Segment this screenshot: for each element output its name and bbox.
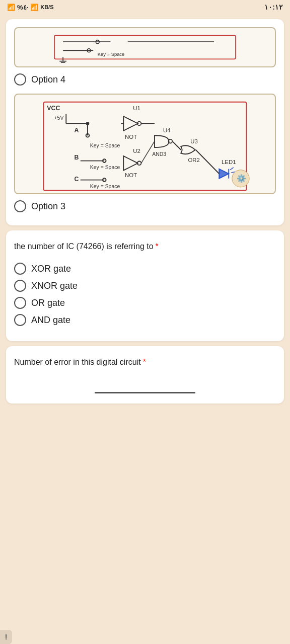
kbps-label: KB/S — [40, 4, 53, 10]
svg-line-46 — [230, 168, 234, 170]
wifi-icon: 📶 — [30, 4, 38, 11]
svg-text:LED1: LED1 — [222, 159, 236, 165]
svg-text:C: C — [74, 176, 79, 183]
question2-card: the number of IC (74266) is referring to… — [6, 230, 284, 341]
circuit-top: Key = Space — [14, 27, 276, 67]
svg-text:Key = Space: Key = Space — [90, 184, 120, 189]
svg-rect-0 — [54, 35, 236, 59]
exclaim-icon: ! — [5, 633, 8, 641]
xor-label: XOR gate — [31, 264, 71, 274]
status-left: 📶 %٤· 📶 KB/S — [7, 4, 53, 11]
option4-label: Option 4 — [31, 74, 65, 85]
xnor-label: XNOR gate — [31, 281, 78, 291]
svg-text:⚙️: ⚙️ — [237, 174, 246, 183]
signal-icon: 📶 — [7, 4, 15, 11]
xor-radio[interactable] — [14, 263, 26, 275]
option4-radio[interactable] — [14, 73, 26, 86]
required-star3: * — [143, 358, 146, 366]
xor-option-row[interactable]: XOR gate — [14, 263, 276, 275]
svg-text:U3: U3 — [190, 138, 198, 144]
svg-text:Key = Space: Key = Space — [90, 165, 120, 170]
option4-card: Key = Space Option 4 VCC +5V — [6, 19, 284, 225]
option3-label: Option 3 — [31, 201, 65, 212]
svg-text:B: B — [74, 154, 79, 161]
exclaim-bar[interactable]: ! — [0, 630, 12, 644]
option3-row[interactable]: Option 3 — [14, 200, 276, 212]
xnor-option-row[interactable]: XNOR gate — [14, 280, 276, 292]
circuit-main-svg: VCC +5V A Key = Space B Key = — [20, 100, 270, 194]
and-option-row[interactable]: AND gate — [14, 314, 276, 326]
required-star2: * — [156, 242, 159, 251]
or-label: OR gate — [31, 298, 65, 308]
circuit-top-svg: Key = Space — [20, 33, 270, 63]
question3-card: Number of error in this digital circuit* — [6, 346, 284, 404]
svg-text:+5V: +5V — [54, 115, 64, 121]
svg-text:NOT: NOT — [125, 134, 137, 140]
and-label: AND gate — [31, 315, 70, 326]
svg-text:OR2: OR2 — [188, 157, 200, 163]
or-option-row[interactable]: OR gate — [14, 297, 276, 309]
and-radio[interactable] — [14, 314, 26, 326]
option4-row[interactable]: Option 4 — [14, 73, 276, 86]
option3-radio[interactable] — [14, 200, 26, 212]
svg-text:AND3: AND3 — [152, 151, 166, 157]
svg-line-51 — [172, 141, 181, 150]
svg-text:NOT: NOT — [125, 172, 137, 178]
svg-text:A: A — [74, 127, 79, 134]
time-display: ١٠:١٢ — [264, 3, 283, 11]
signal-text: %٤· — [17, 4, 28, 11]
svg-text:U1: U1 — [133, 105, 140, 111]
question2-text: the number of IC (74266) is referring to… — [14, 240, 276, 253]
svg-marker-45 — [219, 169, 229, 179]
status-bar: 📶 %٤· 📶 KB/S ١٠:١٢ — [0, 0, 290, 14]
circuit-bottom-bar — [95, 378, 195, 393]
svg-marker-34 — [123, 156, 138, 171]
svg-marker-30 — [123, 116, 138, 131]
svg-text:VCC: VCC — [47, 105, 60, 112]
xnor-radio[interactable] — [14, 280, 26, 292]
svg-text:Key = Space: Key = Space — [90, 143, 120, 148]
svg-text:U4: U4 — [163, 127, 171, 133]
svg-text:U2: U2 — [133, 148, 140, 154]
circuit-main: VCC +5V A Key = Space B Key = — [14, 94, 276, 194]
question3-text: Number of error in this digital circuit* — [14, 356, 276, 368]
or-radio[interactable] — [14, 297, 26, 309]
svg-text:Key = Space: Key = Space — [98, 51, 125, 57]
